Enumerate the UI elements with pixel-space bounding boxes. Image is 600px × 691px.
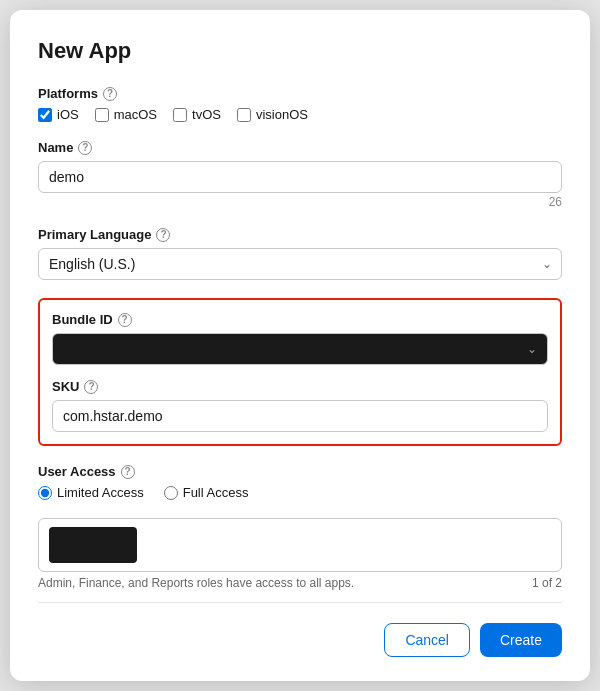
bundle-id-help-icon[interactable]: ? xyxy=(118,313,132,327)
dialog-title: New App xyxy=(38,38,562,64)
bundle-id-chevron-icon: ⌄ xyxy=(527,342,537,356)
platform-ios[interactable]: iOS xyxy=(38,107,79,122)
platforms-help-icon[interactable]: ? xyxy=(103,87,117,101)
user-access-image-container xyxy=(38,518,562,572)
access-note-row: Admin, Finance, and Reports roles have a… xyxy=(38,576,562,590)
limited-access-option[interactable]: Limited Access xyxy=(38,485,144,500)
user-access-radios: Limited Access Full Access xyxy=(38,485,562,500)
platforms-checkboxes: iOS macOS tvOS visionOS xyxy=(38,107,562,122)
name-input[interactable] xyxy=(38,161,562,193)
access-note-text: Admin, Finance, and Reports roles have a… xyxy=(38,576,354,590)
sku-input[interactable] xyxy=(52,400,548,432)
new-app-dialog: New App Platforms ? iOS macOS tvOS visio… xyxy=(10,10,590,681)
platform-tvos[interactable]: tvOS xyxy=(173,107,221,122)
primary-language-help-icon[interactable]: ? xyxy=(156,228,170,242)
ios-checkbox[interactable] xyxy=(38,108,52,122)
full-access-radio[interactable] xyxy=(164,486,178,500)
bundle-id-display[interactable]: ⌄ xyxy=(52,333,548,365)
bundle-id-label: Bundle ID ? xyxy=(52,312,548,327)
primary-language-select[interactable]: English (U.S.) Spanish French German Jap… xyxy=(38,248,562,280)
user-access-redacted-image xyxy=(49,527,137,563)
platform-macos[interactable]: macOS xyxy=(95,107,157,122)
sku-group: SKU ? xyxy=(52,379,548,432)
bundle-id-redacted xyxy=(63,341,491,357)
name-group: Name ? 26 xyxy=(38,140,562,209)
platform-visionos[interactable]: visionOS xyxy=(237,107,308,122)
highlighted-bundle-sku-section: Bundle ID ? ⌄ SKU ? xyxy=(38,298,562,446)
name-label: Name ? xyxy=(38,140,562,155)
macos-checkbox[interactable] xyxy=(95,108,109,122)
user-access-help-icon[interactable]: ? xyxy=(121,465,135,479)
user-access-group: User Access ? Limited Access Full Access xyxy=(38,464,562,500)
platforms-group: Platforms ? iOS macOS tvOS visionOS xyxy=(38,86,562,122)
cancel-button[interactable]: Cancel xyxy=(384,623,470,657)
primary-language-group: Primary Language ? English (U.S.) Spanis… xyxy=(38,227,562,280)
sku-help-icon[interactable]: ? xyxy=(84,380,98,394)
create-button[interactable]: Create xyxy=(480,623,562,657)
visionos-checkbox[interactable] xyxy=(237,108,251,122)
primary-language-label: Primary Language ? xyxy=(38,227,562,242)
name-char-count: 26 xyxy=(38,195,562,209)
name-help-icon[interactable]: ? xyxy=(78,141,92,155)
primary-language-select-wrapper: English (U.S.) Spanish French German Jap… xyxy=(38,248,562,280)
dialog-footer: Cancel Create xyxy=(38,602,562,657)
tvos-checkbox[interactable] xyxy=(173,108,187,122)
access-pagination: 1 of 2 xyxy=(532,576,562,590)
limited-access-radio[interactable] xyxy=(38,486,52,500)
platforms-label: Platforms ? xyxy=(38,86,562,101)
bundle-id-wrapper: ⌄ xyxy=(52,333,548,365)
bundle-id-group: Bundle ID ? ⌄ xyxy=(52,312,548,365)
user-access-label: User Access ? xyxy=(38,464,562,479)
full-access-option[interactable]: Full Access xyxy=(164,485,249,500)
sku-label: SKU ? xyxy=(52,379,548,394)
